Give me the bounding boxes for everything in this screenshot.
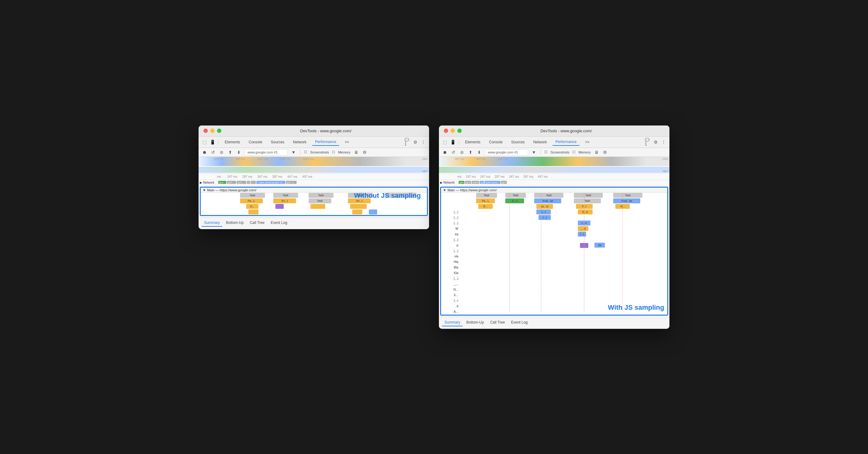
more-tabs-left[interactable]: >> [342, 139, 352, 145]
tab-console-left[interactable]: Console [246, 139, 265, 145]
right-label-under: _... [441, 281, 460, 287]
right-label-a: A... [441, 309, 460, 315]
dropdown-icon-right[interactable]: ▼ [531, 149, 537, 155]
screenshots-label-right: Screenshots [551, 150, 569, 154]
traffic-lights-left [204, 129, 221, 133]
left-tab-summary[interactable]: Summary [202, 219, 222, 227]
tab-sources-left[interactable]: Sources [268, 139, 287, 145]
screenshots-checkbox-right[interactable]: ☐ [544, 150, 548, 154]
right-window-title: DevTools - www.google.com/ [468, 129, 664, 133]
more-icon-left[interactable]: ⋮ [421, 139, 426, 145]
network-label-left: ▶ Network [200, 181, 218, 184]
left-network-row: ▶ Network goo... gen_... gen_... c n... … [198, 180, 429, 186]
tab-sources-right[interactable]: Sources [508, 139, 528, 145]
right-row-vla: vla [441, 254, 667, 259]
close-button-left[interactable] [204, 129, 208, 133]
url-bar-right[interactable]: www.google.com #1 [485, 149, 528, 155]
tab-console-right[interactable]: Console [486, 139, 506, 145]
right-row9: (...) [441, 237, 667, 243]
minimize-button-left[interactable] [210, 129, 215, 133]
tab-performance-right[interactable]: Performance [552, 138, 580, 146]
tab-performance-left[interactable]: Performance [312, 138, 339, 146]
right-tab-eventlog[interactable]: Event Log [509, 319, 530, 327]
upload-icon-left[interactable]: ⬆ [227, 149, 233, 155]
net-chip-6: ‹ hpba (www.google.co... [256, 181, 285, 184]
record-icon-left[interactable]: ⏺ [202, 149, 207, 155]
left-tab-calltree[interactable]: Call Tree [247, 219, 267, 227]
memory-checkbox-left[interactable]: ☐ [332, 150, 335, 154]
chat-icon-left[interactable]: 💬 1 [404, 139, 410, 145]
net-chip-7: gen_2... [286, 181, 297, 184]
right-task-2: Task [505, 193, 526, 198]
more-icon-right[interactable]: ⋮ [661, 139, 666, 145]
right-row11: (...) [441, 248, 667, 254]
close-button-right[interactable] [444, 129, 448, 133]
settings-icon-right[interactable]: ⚙ [653, 139, 658, 145]
right-bar-zla: zla [594, 243, 605, 248]
settings2-icon-right[interactable]: ⚙ [602, 149, 608, 155]
screenshots-checkbox-left[interactable]: ☐ [304, 150, 307, 154]
clear-icon-left[interactable]: ⊘ [219, 149, 224, 155]
device-icon-right[interactable]: 📱 [450, 139, 456, 145]
right-nav-toolbar: ⬚ 📱 Elements Console Sources Network Per… [439, 137, 670, 148]
maximize-button-right[interactable] [457, 129, 462, 133]
left-tab-eventlog[interactable]: Event Log [268, 219, 290, 227]
settings2-icon-left[interactable]: ⚙ [362, 149, 368, 155]
right-label-5: (...) [441, 215, 460, 221]
left-bar-pal: Pa...L [240, 198, 263, 203]
dropdown-icon-left[interactable]: ▼ [291, 149, 296, 155]
right-chip-1: gen [459, 181, 464, 184]
net-label-left: NET [422, 170, 428, 173]
left-cpu-timeline: 497 ms997 ms1497 ms1997 ms2497 ms CPU NE… [198, 157, 429, 174]
right-task-1: Task [476, 193, 497, 198]
upload-icon-right[interactable]: ⬆ [468, 149, 473, 155]
right-tab-calltree[interactable]: Call Tree [488, 319, 507, 327]
right-bar-ct: C...t [505, 198, 524, 203]
settings-icon-left[interactable]: ⚙ [412, 139, 418, 145]
right-label-11: (...) [441, 248, 460, 254]
left-highlight-box: ▼ Main — https://www.google.com/ Task Ta… [200, 187, 428, 216]
right-chip-3: client [472, 181, 479, 184]
device-icon[interactable]: 📱 [210, 139, 215, 145]
right-tab-summary[interactable]: Summary [442, 319, 463, 327]
tab-elements-left[interactable]: Elements [222, 139, 243, 145]
download-icon-left[interactable]: ⬇ [236, 149, 242, 155]
tab-elements-right[interactable]: Elements [462, 139, 484, 145]
cursor-icon-right[interactable]: ⬚ [442, 139, 447, 145]
right-label-vla: vla [441, 254, 460, 259]
right-bar-paren1: (...) [536, 209, 551, 215]
more-tabs-right[interactable]: >> [582, 139, 593, 145]
refresh-icon-right[interactable]: ↺ [451, 149, 456, 155]
right-tab-bottomup[interactable]: Bottom-Up [464, 319, 486, 327]
left-tab-bottomup[interactable]: Bottom-Up [223, 219, 246, 227]
right-network-row: ▶ Network gen gen client gl hpba (www...… [439, 180, 670, 186]
record-icon-right[interactable]: ⏺ [442, 149, 447, 155]
right-row10: p zla [441, 243, 667, 248]
cursor-icon[interactable]: ⬚ [202, 139, 207, 145]
left-bar-y3 [350, 204, 367, 209]
right-row-paren3: (...) [441, 276, 667, 281]
cpu-throttle-icon-left[interactable]: 🖥 [353, 149, 359, 155]
tab-network-left[interactable]: Network [290, 139, 310, 145]
url-bar-left[interactable]: www.google.com #1 [245, 149, 288, 155]
right-chip-5: hpba (www... [485, 181, 500, 184]
tab-network-right[interactable]: Network [530, 139, 550, 145]
right-bar-e: E... [478, 204, 493, 209]
clear-icon-right[interactable]: ⊘ [459, 149, 465, 155]
right-highlight-box: ▼ Main — https://www.google.com/ Task Ta… [440, 187, 668, 316]
right-label-n: N... [441, 287, 460, 292]
right-label-p: p [441, 243, 460, 248]
right-bar-pal: Pa...L [476, 198, 495, 203]
refresh-icon-left[interactable]: ↺ [210, 149, 216, 155]
cpu-throttle-icon-right[interactable]: 🖥 [594, 149, 599, 155]
maximize-button-left[interactable] [217, 129, 221, 133]
left-task-1: Task [240, 193, 265, 198]
right-bar-be: b...e [578, 209, 592, 215]
right-titlebar: DevTools - www.google.com/ [439, 125, 670, 137]
right-label-kla: Kla [441, 271, 460, 276]
minimize-button-right[interactable] [451, 129, 455, 133]
download-icon-right[interactable]: ⬇ [476, 149, 482, 155]
chat-icon-right[interactable]: 💬 1 [645, 139, 650, 145]
right-devtools-window: DevTools - www.google.com/ ⬚ 📱 Elements … [439, 125, 670, 329]
memory-checkbox-right[interactable]: ☐ [572, 150, 576, 154]
